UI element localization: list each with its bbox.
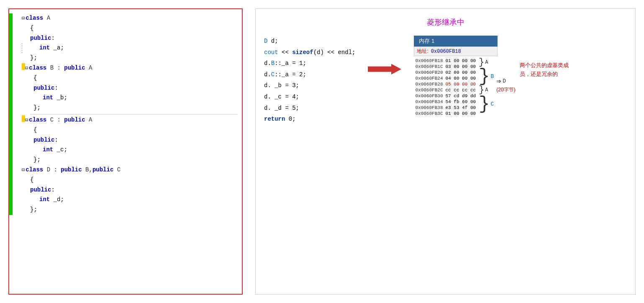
class-a-open: { (22, 23, 238, 34)
right-arrow-svg (368, 61, 401, 78)
mem-addr-cell: 0x0060FB38 (414, 105, 444, 111)
mem-bytes-cell: 54 fb 60 00 (444, 99, 477, 105)
class-b-close: }; (22, 103, 238, 113)
class-c-open: { (22, 125, 238, 135)
code-d-val: d. _d = 5; (264, 103, 355, 114)
mem-addr-cell: 0x0060FB34 (414, 99, 444, 105)
code-c-a: d.C::_a = 2; (264, 69, 355, 80)
code-cout: cout << sizeof(d) << endl; (264, 47, 355, 58)
class-b-open: { (22, 73, 238, 83)
bracket-b: } B (479, 67, 494, 85)
mem-addr-cell: 0x0060FB18 (414, 58, 444, 64)
memory-row: 0x0060FB1801 00 00 00 (414, 58, 477, 64)
code-d-d: D d; (264, 36, 355, 47)
memory-header: 内存 1 (414, 36, 498, 47)
mem-bytes-cell: 01 00 00 00 (444, 58, 477, 64)
memory-row: 0x0060FB2Ccc cc cc cc (414, 87, 477, 93)
mem-bytes-cell: e3 53 4f 00 (444, 105, 477, 111)
separator-line (30, 114, 238, 114)
class-b-section: ⊟ class B : public A { public: int _b; }… (22, 63, 238, 113)
class-b-public: public: (22, 83, 238, 93)
mem-bytes-cell: cc cc cc cc (444, 87, 477, 93)
class-a-close: }; (22, 53, 238, 63)
class-d-section: ⊟ class D : public B,public C { public: … (22, 165, 238, 215)
mem-bytes-cell: 02 00 00 00 (444, 70, 477, 75)
mem-addr-cell: 0x0060FB3C (414, 111, 444, 117)
class-d-close: }; (22, 205, 238, 215)
code-b-val: d. _b = 3; (264, 80, 355, 91)
memory-row: 0x0060FB1C03 00 00 00 (414, 64, 477, 70)
code-c-val: d. _c = 4; (264, 91, 355, 103)
collapse-c[interactable]: ⊟ (25, 116, 28, 124)
class-b-decl: ⊟ class B : public A (22, 63, 238, 73)
code-b-a: d.B::_a = 1; (264, 58, 355, 69)
memory-row: 0x0060FB38e3 53 4f 00 (414, 105, 477, 111)
class-a-decl: ⊟ class A (22, 13, 238, 23)
mem-bytes-cell: 05 00 00 00 (444, 81, 477, 87)
left-code-panel: ⊟ class A { public: int _a; }; ⊟ class B… (8, 8, 243, 295)
mem-addr-cell: 0x0060FB30 (414, 93, 444, 99)
address-label: 地址: (417, 48, 428, 55)
mem-addr-cell: 0x0060FB1C (414, 64, 444, 70)
class-d-decl: ⊟ class D : public B,public C (22, 165, 238, 175)
class-c-int-c: int _c; (22, 145, 238, 155)
svg-marker-0 (368, 64, 401, 75)
class-c-public: public: (22, 135, 238, 145)
mem-bytes-cell: 01 00 00 00 (444, 111, 477, 117)
memory-section: 内存 1 地址: 0x0060FB18 0x0060FB1801 00 00 0… (414, 36, 570, 117)
collapse-a[interactable]: ⊟ (22, 14, 25, 23)
memory-row: 0x0060FB2404 00 00 00 (414, 75, 477, 81)
d-label-section: ⇒ D (20字节) (496, 58, 515, 93)
d-bytes-text: (20字节) (496, 86, 515, 93)
mem-bytes-cell: 57 cd d9 dd (444, 93, 477, 99)
memory-table: 0x0060FB1801 00 00 000x0060FB1C03 00 00 … (414, 58, 477, 117)
collapse-b[interactable]: ⊟ (25, 64, 28, 73)
content-area: D d; cout << sizeof(d) << endl; d.B::_a … (264, 36, 627, 125)
collapse-d[interactable]: ⊟ (22, 166, 25, 174)
arrow-right (368, 61, 401, 78)
class-d-int-d: int _d; (22, 195, 238, 205)
memory-row: 0x0060FB2002 00 00 00 (414, 70, 477, 75)
class-a-public: public: (22, 34, 238, 44)
mem-bytes-cell: 03 00 00 00 (444, 64, 477, 70)
mem-addr-cell: 0x0060FB28 (414, 81, 444, 87)
memory-address-bar: 地址: 0x0060FB18 (414, 47, 498, 56)
memory-row: 0x0060FB3454 fb 60 00 (414, 99, 477, 105)
bracket-area: } A } B } A (479, 58, 516, 113)
memory-row: 0x0060FB3C01 00 00 00 (414, 111, 477, 117)
mem-addr-cell: 0x0060FB20 (414, 70, 444, 75)
bracket-c: } C (479, 95, 494, 113)
memory-row: 0x0060FB2805 00 00 00 (414, 81, 477, 87)
class-a-int-a: int _a; (22, 43, 238, 53)
mem-bytes-cell: 04 00 00 00 (444, 75, 477, 81)
vline-a (22, 43, 27, 53)
class-c-section: ⊟ class C : public A { public: int _c; }… (22, 115, 238, 165)
class-d-open: { (22, 175, 238, 185)
class-d-public: public: (22, 185, 238, 195)
mem-addr-cell: 0x0060FB2C (414, 87, 444, 93)
right-panel: 菱形继承中 D d; cout << sizeof(d) << endl; d.… (255, 8, 636, 295)
note-text: 两个公共的虚基类成员，还是冗余的 (520, 61, 570, 79)
memory-table-wrapper: 0x0060FB1801 00 00 000x0060FB1C03 00 00 … (414, 58, 570, 117)
class-c-decl: ⊟ class C : public A (22, 115, 238, 125)
d-arrow-row: ⇒ D (496, 76, 515, 85)
memory-row: 0x0060FB3057 cd d9 dd (414, 93, 477, 99)
right-code-block: D d; cout << sizeof(d) << endl; d.B::_a … (264, 36, 355, 125)
code-area: ⊟ class A { public: int _a; }; ⊟ class B… (9, 13, 238, 215)
bracket-labels: } A } B } A (479, 58, 494, 113)
green-bar (9, 13, 13, 215)
d-label-text: D (503, 78, 506, 84)
class-c-close: }; (22, 155, 238, 165)
code-return: return 0; (264, 114, 355, 125)
class-b-int-b: int _b; (22, 93, 238, 103)
address-value: 0x0060FB18 (431, 49, 461, 54)
panel-title: 菱形继承中 (264, 17, 627, 27)
mem-addr-cell: 0x0060FB24 (414, 75, 444, 81)
